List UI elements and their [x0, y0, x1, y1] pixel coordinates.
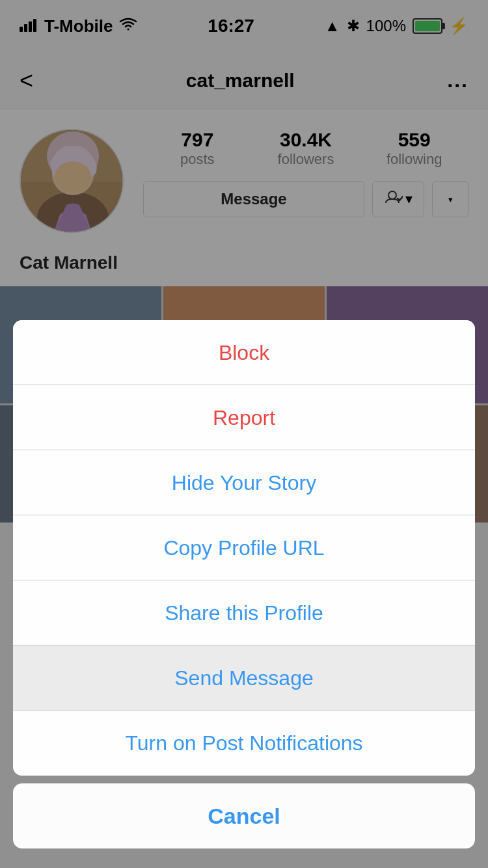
block-button[interactable]: Block [13, 320, 475, 385]
action-sheet: Block Report Hide Your Story Copy Profil… [0, 310, 488, 868]
post-notifications-button[interactable]: Turn on Post Notifications [13, 711, 475, 776]
action-sheet-menu: Block Report Hide Your Story Copy Profil… [13, 320, 475, 776]
report-button[interactable]: Report [13, 385, 475, 450]
send-message-button[interactable]: Send Message [13, 645, 475, 711]
share-profile-button[interactable]: Share this Profile [13, 580, 475, 645]
cancel-button[interactable]: Cancel [13, 783, 475, 848]
copy-profile-url-button[interactable]: Copy Profile URL [13, 515, 475, 580]
hide-story-button[interactable]: Hide Your Story [13, 450, 475, 515]
